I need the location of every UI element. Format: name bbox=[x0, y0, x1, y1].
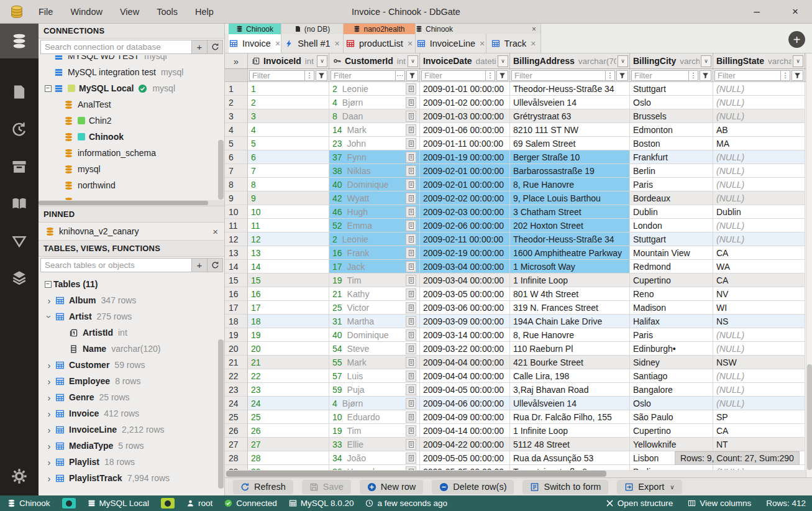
activity-book-button[interactable] bbox=[0, 186, 39, 221]
chevron-right-icon[interactable]: › bbox=[43, 360, 55, 371]
close-button[interactable]: × bbox=[792, 6, 798, 17]
cell-billingstate[interactable]: (NULL) bbox=[713, 465, 805, 470]
tab-group-nano2health[interactable]: nano2health bbox=[344, 24, 416, 34]
collapse-icon[interactable]: − bbox=[45, 85, 52, 92]
cell-customerid[interactable]: 17Jack bbox=[329, 260, 420, 274]
cell-billingstate[interactable]: (NULL) bbox=[713, 150, 805, 164]
cell-invoiceid[interactable]: 6 bbox=[248, 150, 329, 164]
cell-billingstate[interactable]: (NULL) bbox=[713, 96, 805, 109]
cell-invoiceid[interactable]: 15 bbox=[248, 274, 329, 287]
tab-close-icon[interactable]: × bbox=[275, 39, 280, 48]
cell-billingstate[interactable]: (NULL) bbox=[713, 219, 805, 232]
cell-invoicedate[interactable]: 2009-04-06 00:00:00 bbox=[420, 397, 510, 410]
row-number[interactable]: 28 bbox=[225, 451, 248, 465]
cell-invoicedate[interactable]: 2009-01-01 00:00:00 bbox=[420, 82, 510, 96]
tab-close-icon[interactable]: × bbox=[480, 39, 485, 48]
cell-customerid[interactable]: 40Dominique bbox=[329, 178, 420, 191]
chevron-right-icon[interactable]: › bbox=[43, 392, 55, 403]
filter-funnel-button[interactable] bbox=[406, 70, 418, 81]
unpin-button[interactable]: × bbox=[212, 226, 218, 237]
delete-row-s--button[interactable]: Delete row(s) bbox=[432, 480, 514, 494]
minimize-button[interactable]: – bbox=[754, 6, 760, 17]
cell-billingstate[interactable]: (NULL) bbox=[713, 328, 805, 342]
cell-invoicedate[interactable]: 2009-02-02 00:00:00 bbox=[420, 191, 510, 205]
cell-invoiceid[interactable]: 7 bbox=[248, 164, 329, 178]
cell-billingcity[interactable]: Stuttgart bbox=[630, 232, 713, 246]
cell-invoicedate[interactable]: 2009-01-19 00:00:00 bbox=[420, 150, 510, 164]
row-number[interactable]: 7 bbox=[225, 164, 248, 178]
cell-billingaddress[interactable]: 1 Infinite Loop bbox=[510, 274, 630, 287]
cell-billingaddress[interactable]: 3,Raj Bhavan Road bbox=[510, 383, 630, 397]
column-header-billingstate[interactable]: BillingStatevarcha∨ bbox=[713, 53, 805, 68]
tables-vscrollbar[interactable] bbox=[218, 339, 224, 489]
open-reference-button[interactable] bbox=[406, 234, 416, 245]
cell-invoicedate[interactable]: 2009-02-19 00:00:00 bbox=[420, 246, 510, 260]
cell-billingstate[interactable]: WI bbox=[713, 301, 805, 315]
column-item[interactable]: ArtistIdint bbox=[39, 325, 224, 341]
cell-invoicedate[interactable]: 2009-01-11 00:00:00 bbox=[420, 137, 510, 150]
cell-customerid[interactable]: 19Tim bbox=[329, 424, 420, 438]
row-number[interactable]: 3 bbox=[225, 109, 248, 123]
tables-search-input[interactable] bbox=[40, 258, 192, 272]
cell-invoiceid[interactable]: 23 bbox=[248, 383, 329, 397]
row-number[interactable]: 5 bbox=[225, 137, 248, 150]
cell-billingaddress[interactable]: 202 Hoxton Street bbox=[510, 219, 630, 232]
cell-invoiceid[interactable]: 5 bbox=[248, 137, 329, 150]
collapse-icon[interactable]: − bbox=[45, 281, 52, 288]
table-item[interactable]: ›Customer59 rows bbox=[39, 357, 224, 373]
cell-billingstate[interactable]: (NULL) bbox=[713, 178, 805, 191]
tree-expander[interactable]: − bbox=[42, 281, 53, 288]
table-item[interactable]: ›Album347 rows bbox=[39, 292, 224, 308]
cell-invoiceid[interactable]: 19 bbox=[248, 328, 329, 342]
cell-billingcity[interactable]: Cupertino bbox=[630, 424, 713, 438]
tables-refresh-button[interactable] bbox=[208, 258, 223, 272]
table-item[interactable]: ›Employee8 rows bbox=[39, 373, 224, 389]
row-number[interactable]: 29 bbox=[225, 465, 248, 470]
cell-invoiceid[interactable]: 24 bbox=[248, 397, 329, 410]
cell-billingaddress[interactable]: 69 Salem Street bbox=[510, 137, 630, 150]
cell-customerid[interactable]: 25Victor bbox=[329, 301, 420, 315]
tab-group-close-icon[interactable]: × bbox=[532, 25, 541, 34]
cell-billingstate[interactable]: NSW bbox=[713, 356, 805, 369]
tab-close-icon[interactable]: × bbox=[531, 39, 536, 48]
cell-invoicedate[interactable]: 2009-04-14 00:00:00 bbox=[420, 424, 510, 438]
connection-item[interactable]: AnalTest bbox=[39, 96, 224, 113]
cell-billingstate[interactable]: (NULL) bbox=[713, 164, 805, 178]
open-reference-button[interactable] bbox=[406, 97, 416, 108]
cell-billingstate[interactable]: MA bbox=[713, 137, 805, 150]
cell-customerid[interactable]: 40Dominique bbox=[329, 328, 420, 342]
cell-billingaddress[interactable]: Calle Lira, 198 bbox=[510, 369, 630, 383]
open-reference-button[interactable] bbox=[406, 371, 416, 382]
cell-invoiceid[interactable]: 20 bbox=[248, 342, 329, 356]
cell-invoiceid[interactable]: 26 bbox=[248, 424, 329, 438]
grid-vscrollbar[interactable] bbox=[806, 53, 812, 477]
cell-customerid[interactable]: 59Puja bbox=[329, 383, 420, 397]
cell-billingstate[interactable]: Dublin bbox=[713, 205, 805, 219]
cell-billingcity[interactable]: Edinburgh• bbox=[630, 342, 713, 356]
table-item[interactable]: ›Genre25 rows bbox=[39, 389, 224, 405]
filter-input[interactable] bbox=[249, 70, 305, 81]
cell-invoicedate[interactable]: 2009-04-04 00:00:00 bbox=[420, 356, 510, 369]
menu-view[interactable]: View bbox=[114, 4, 145, 19]
cell-billingstate[interactable]: NS bbox=[713, 315, 805, 328]
cell-customerid[interactable]: 2Leonie bbox=[329, 232, 420, 246]
chevron-right-icon[interactable]: › bbox=[43, 295, 55, 306]
cell-customerid[interactable]: 36Hannah bbox=[329, 465, 420, 470]
cell-billingcity[interactable]: Dublin bbox=[630, 205, 713, 219]
cell-billingstate[interactable]: (NULL) bbox=[713, 82, 805, 96]
tables-root[interactable]: −Tables (11) bbox=[39, 276, 224, 292]
cell-invoiceid[interactable]: 12 bbox=[248, 232, 329, 246]
open-reference-button[interactable] bbox=[406, 165, 416, 177]
grid-corner-cell[interactable]: » bbox=[225, 53, 248, 68]
filter-menu-button[interactable]: ⋮ bbox=[486, 70, 495, 81]
filter-funnel-button[interactable] bbox=[496, 70, 508, 81]
row-number[interactable]: 2 bbox=[225, 96, 248, 109]
filter-funnel-button[interactable] bbox=[791, 70, 803, 81]
cell-billingaddress[interactable]: Barbarossastraße 19 bbox=[510, 164, 630, 178]
cell-invoiceid[interactable]: 18 bbox=[248, 315, 329, 328]
row-number[interactable]: 26 bbox=[225, 424, 248, 438]
cell-invoicedate[interactable]: 2009-03-04 00:00:00 bbox=[420, 274, 510, 287]
row-number[interactable]: 24 bbox=[225, 397, 248, 410]
cell-invoiceid[interactable]: 2 bbox=[248, 96, 329, 109]
row-number[interactable]: 4 bbox=[225, 123, 248, 137]
